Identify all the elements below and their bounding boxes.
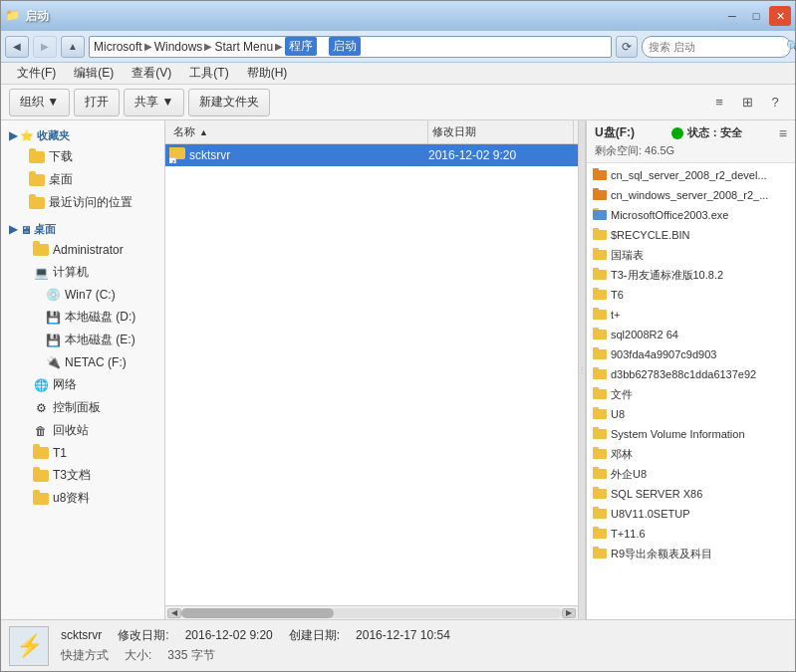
organize-button[interactable]: 组织 ▼ — [9, 89, 70, 116]
sidebar-item-desktop[interactable]: 桌面 — [9, 168, 164, 191]
list-item[interactable]: 903fda4a9907c9d903 — [587, 344, 795, 364]
sidebar-item-controlpanel[interactable]: ⚙ 控制面板 — [9, 396, 164, 419]
status-info: scktsrvr 修改日期: 2016-12-02 9:20 创建日期: 201… — [61, 626, 787, 664]
list-item[interactable]: 外企U8 — [587, 464, 795, 484]
sidebar-item-label: 控制面板 — [53, 399, 101, 416]
shortcut-arrow-overlay: ↗ — [169, 157, 176, 163]
sidebar-item-recent[interactable]: 最近访问的位置 — [9, 191, 164, 214]
sidebar-item-network[interactable]: 🌐 网络 — [9, 373, 164, 396]
favorites-label[interactable]: ▶ ⭐ 收藏夹 — [1, 124, 164, 145]
list-item[interactable]: T3-用友通标准版10.8.2 — [587, 265, 795, 285]
panel-splitter[interactable]: ⋮ — [578, 120, 586, 619]
udisk-file-name: cn_windows_server_2008_r2_... — [611, 189, 789, 201]
sidebar-item-t1[interactable]: T1 — [9, 442, 164, 464]
col-header-date[interactable]: 修改日期 — [428, 120, 574, 143]
list-item[interactable]: U8 — [587, 404, 795, 424]
sidebar-item-computer[interactable]: 💻 计算机 — [9, 261, 164, 284]
folder-icon — [593, 369, 607, 379]
minimize-button[interactable]: ─ — [721, 6, 743, 26]
folder-icon-t1 — [33, 445, 49, 461]
table-row[interactable]: ↗ scktsrvr 2016-12-02 9:20 — [165, 144, 578, 166]
sidebar-item-download[interactable]: 下载 — [9, 145, 164, 168]
drive-icon-d: 💾 — [45, 310, 61, 326]
udisk-file-name: $RECYCLE.BIN — [611, 229, 789, 241]
sidebar-item-netac[interactable]: 🔌 NETAC (F:) — [9, 351, 164, 373]
menu-file[interactable]: 文件(F) — [9, 64, 64, 83]
hscroll-track[interactable] — [181, 608, 562, 618]
sidebar-item-label: 计算机 — [53, 264, 89, 281]
sidebar-item-label: 桌面 — [49, 171, 73, 188]
udisk-file-name: T+11.6 — [611, 528, 789, 540]
list-item[interactable]: U8V11.0SETUP — [587, 504, 795, 524]
main-area: 名称 ▲ 修改日期 ↗ — [165, 120, 795, 619]
menu-tools[interactable]: 工具(T) — [181, 64, 236, 83]
address-path[interactable]: Microsoft ▶ Windows ▶ Start Menu ▶ 程序 ▶ … — [89, 36, 612, 58]
list-item[interactable]: $RECYCLE.BIN — [587, 225, 795, 245]
desktop-label[interactable]: ▶ 🖥 桌面 — [1, 218, 164, 239]
file-list-hscroll[interactable]: ◀ ▶ — [165, 605, 578, 619]
sidebar-item-win7c[interactable]: 💿 Win7 (C:) — [9, 284, 164, 306]
search-icon: 🔍 — [786, 40, 796, 53]
list-item[interactable]: d3bb62783e88c1dda6137e92 — [587, 364, 795, 384]
sidebar-item-recycle[interactable]: 🗑 回收站 — [9, 419, 164, 442]
folder-icon-administrator — [33, 242, 49, 258]
udisk-header: U盘(F:) 状态：安全 ≡ 剩余空间: 46.5G — [587, 120, 795, 163]
udisk-file-name: SQL SERVER X86 — [611, 488, 789, 500]
new-folder-button[interactable]: 新建文件夹 — [188, 89, 270, 116]
toolbar: 组织 ▼ 打开 共享 ▼ 新建文件夹 ≡ ⊞ ? — [1, 85, 795, 120]
list-item[interactable]: SQL SERVER X86 — [587, 484, 795, 504]
list-item[interactable]: 邓林 — [587, 444, 795, 464]
menu-view[interactable]: 查看(V) — [124, 64, 179, 83]
list-item[interactable]: T6 — [587, 285, 795, 305]
open-button[interactable]: 打开 — [74, 89, 120, 116]
sidebar-item-disk-e[interactable]: 💾 本地磁盘 (E:) — [9, 329, 164, 351]
scroll-right-button[interactable]: ▶ — [562, 608, 576, 618]
drive-icon-e: 💾 — [45, 333, 61, 348]
search-input[interactable] — [649, 41, 786, 53]
folder-icon-u8data — [33, 491, 49, 507]
sidebar-item-disk-d[interactable]: 💾 本地磁盘 (D:) — [9, 306, 164, 329]
list-item[interactable]: sql2008R2 64 — [587, 325, 795, 344]
list-item[interactable]: cn_windows_server_2008_r2_... — [587, 185, 795, 205]
back-button[interactable]: ◀ — [5, 36, 29, 58]
sidebar-item-label: Administrator — [53, 243, 124, 257]
up-button[interactable]: ▲ — [61, 36, 85, 58]
udisk-menu-icon[interactable]: ≡ — [779, 125, 787, 141]
sidebar-item-label: T3文档 — [53, 467, 91, 484]
list-item[interactable]: MicrosoftOffice2003.exe — [587, 205, 795, 225]
title-buttons: ─ □ ✕ — [721, 6, 791, 26]
desktop-expand-icon: ▶ — [9, 223, 17, 236]
menu-edit[interactable]: 编辑(E) — [66, 64, 122, 83]
file-list-header: 名称 ▲ 修改日期 — [165, 120, 578, 144]
share-button[interactable]: 共享 ▼ — [124, 89, 184, 116]
list-item[interactable]: cn_sql_server_2008_r2_devel... — [587, 165, 795, 185]
forward-button[interactable]: ▶ — [33, 36, 57, 58]
list-item[interactable]: R9导出余额表及科目 — [587, 544, 795, 563]
close-button[interactable]: ✕ — [769, 6, 791, 26]
list-item[interactable]: t+ — [587, 305, 795, 325]
udisk-file-name: 903fda4a9907c9d903 — [611, 348, 789, 360]
sidebar-item-label: u8资料 — [53, 490, 90, 507]
list-item[interactable]: T+11.6 — [587, 524, 795, 544]
sidebar-item-u8data[interactable]: u8资料 — [9, 487, 164, 510]
status-modify-label: 修改日期: — [118, 626, 168, 645]
help-button[interactable]: ? — [763, 91, 787, 114]
hscroll-thumb[interactable] — [181, 608, 334, 618]
exe-icon — [593, 210, 607, 220]
list-item[interactable]: 文件 — [587, 384, 795, 404]
shortcut-icon: ↗ — [169, 147, 185, 163]
menu-help[interactable]: 帮助(H) — [239, 64, 296, 83]
scroll-left-button[interactable]: ◀ — [167, 608, 181, 618]
status-create-label: 创建日期: — [289, 626, 340, 645]
sidebar-item-t3doc[interactable]: T3文档 — [9, 464, 164, 487]
list-item[interactable]: System Volume Information — [587, 424, 795, 444]
sidebar-item-administrator[interactable]: Administrator — [9, 239, 164, 261]
view-tiles-button[interactable]: ⊞ — [735, 91, 759, 114]
col-header-name[interactable]: 名称 ▲ — [169, 120, 428, 143]
path-arrow-1: ▶ — [144, 41, 152, 52]
maximize-button[interactable]: □ — [745, 6, 767, 26]
list-item[interactable]: 国瑞表 — [587, 245, 795, 265]
refresh-button[interactable]: ⟳ — [616, 36, 638, 58]
controlpanel-icon: ⚙ — [33, 400, 49, 416]
view-details-button[interactable]: ≡ — [707, 91, 731, 114]
